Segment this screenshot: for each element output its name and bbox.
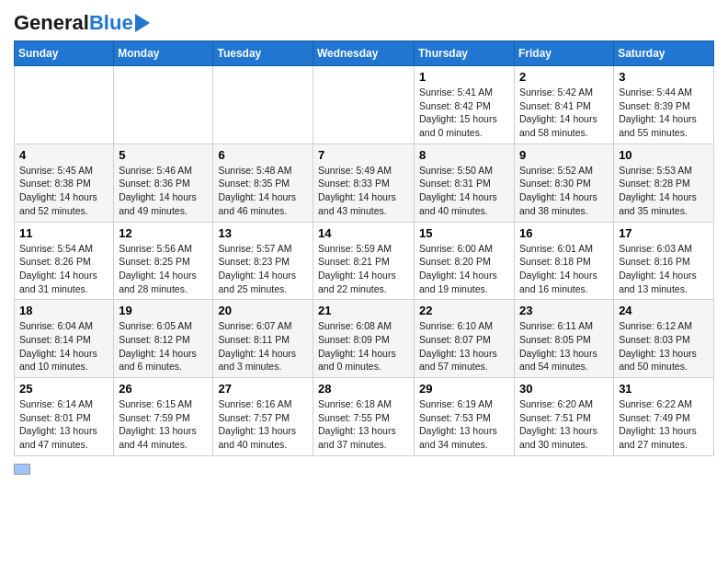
column-header-thursday: Thursday xyxy=(415,41,515,66)
day-info: Sunrise: 5:52 AM Sunset: 8:30 PM Dayligh… xyxy=(519,164,609,218)
calendar-cell: 29Sunrise: 6:19 AM Sunset: 7:53 PM Dayli… xyxy=(415,378,515,456)
calendar-cell: 2Sunrise: 5:42 AM Sunset: 8:41 PM Daylig… xyxy=(515,66,614,144)
day-number: 12 xyxy=(119,226,208,240)
column-header-tuesday: Tuesday xyxy=(213,41,313,66)
column-header-friday: Friday xyxy=(515,41,614,66)
day-info: Sunrise: 6:10 AM Sunset: 8:07 PM Dayligh… xyxy=(419,319,509,373)
column-header-monday: Monday xyxy=(114,41,213,66)
day-number: 24 xyxy=(619,304,709,317)
day-number: 22 xyxy=(419,304,509,317)
calendar-cell: 16Sunrise: 6:01 AM Sunset: 8:18 PM Dayli… xyxy=(515,222,614,300)
day-number: 7 xyxy=(318,148,409,162)
calendar-cell: 9Sunrise: 5:52 AM Sunset: 8:30 PM Daylig… xyxy=(515,144,614,222)
calendar-cell: 4Sunrise: 5:45 AM Sunset: 8:38 PM Daylig… xyxy=(15,144,114,222)
calendar-cell: 30Sunrise: 6:20 AM Sunset: 7:51 PM Dayli… xyxy=(515,378,614,456)
day-info: Sunrise: 5:56 AM Sunset: 8:25 PM Dayligh… xyxy=(119,242,208,296)
day-number: 27 xyxy=(218,382,308,396)
day-info: Sunrise: 5:49 AM Sunset: 8:33 PM Dayligh… xyxy=(318,164,409,218)
calendar-cell: 11Sunrise: 5:54 AM Sunset: 8:26 PM Dayli… xyxy=(15,222,114,300)
day-info: Sunrise: 6:08 AM Sunset: 8:09 PM Dayligh… xyxy=(318,319,409,373)
logo-text: GeneralBlue xyxy=(14,13,133,33)
day-number: 16 xyxy=(519,226,609,240)
day-number: 11 xyxy=(19,226,108,240)
calendar-cell: 31Sunrise: 6:22 AM Sunset: 7:49 PM Dayli… xyxy=(614,378,714,456)
calendar-cell: 13Sunrise: 5:57 AM Sunset: 8:23 PM Dayli… xyxy=(213,222,313,300)
day-info: Sunrise: 5:54 AM Sunset: 8:26 PM Dayligh… xyxy=(19,242,108,296)
day-number: 5 xyxy=(119,148,208,162)
calendar-week-row: 1Sunrise: 5:41 AM Sunset: 8:42 PM Daylig… xyxy=(15,66,714,144)
column-header-wednesday: Wednesday xyxy=(313,41,415,66)
legend-color-box xyxy=(14,464,30,475)
day-info: Sunrise: 6:12 AM Sunset: 8:03 PM Dayligh… xyxy=(619,319,709,373)
day-info: Sunrise: 5:46 AM Sunset: 8:36 PM Dayligh… xyxy=(119,164,208,218)
calendar-cell: 5Sunrise: 5:46 AM Sunset: 8:36 PM Daylig… xyxy=(114,144,213,222)
calendar-cell: 18Sunrise: 6:04 AM Sunset: 8:14 PM Dayli… xyxy=(15,300,114,378)
day-info: Sunrise: 5:45 AM Sunset: 8:38 PM Dayligh… xyxy=(19,164,108,218)
calendar-cell: 8Sunrise: 5:50 AM Sunset: 8:31 PM Daylig… xyxy=(415,144,515,222)
day-number: 21 xyxy=(318,304,409,317)
day-info: Sunrise: 6:18 AM Sunset: 7:55 PM Dayligh… xyxy=(318,397,409,452)
day-number: 31 xyxy=(619,382,709,396)
day-number: 29 xyxy=(419,382,509,396)
day-info: Sunrise: 6:01 AM Sunset: 8:18 PM Dayligh… xyxy=(519,242,609,296)
day-number: 19 xyxy=(119,304,208,317)
day-info: Sunrise: 6:20 AM Sunset: 7:51 PM Dayligh… xyxy=(519,397,609,452)
calendar-week-row: 18Sunrise: 6:04 AM Sunset: 8:14 PM Dayli… xyxy=(15,300,714,378)
day-info: Sunrise: 5:48 AM Sunset: 8:35 PM Dayligh… xyxy=(218,164,308,218)
calendar-cell: 28Sunrise: 6:18 AM Sunset: 7:55 PM Dayli… xyxy=(313,378,415,456)
day-info: Sunrise: 6:15 AM Sunset: 7:59 PM Dayligh… xyxy=(119,397,208,452)
day-info: Sunrise: 5:41 AM Sunset: 8:42 PM Dayligh… xyxy=(419,86,509,140)
day-number: 4 xyxy=(19,148,108,162)
day-info: Sunrise: 6:00 AM Sunset: 8:20 PM Dayligh… xyxy=(419,242,509,296)
calendar-cell: 21Sunrise: 6:08 AM Sunset: 8:09 PM Dayli… xyxy=(313,300,415,378)
day-number: 13 xyxy=(218,226,308,240)
day-info: Sunrise: 6:14 AM Sunset: 8:01 PM Dayligh… xyxy=(19,397,108,452)
day-info: Sunrise: 6:16 AM Sunset: 7:57 PM Dayligh… xyxy=(218,397,308,452)
calendar-week-row: 25Sunrise: 6:14 AM Sunset: 8:01 PM Dayli… xyxy=(15,378,714,456)
day-number: 23 xyxy=(519,304,609,317)
calendar-cell: 24Sunrise: 6:12 AM Sunset: 8:03 PM Dayli… xyxy=(614,300,714,378)
calendar-cell: 26Sunrise: 6:15 AM Sunset: 7:59 PM Dayli… xyxy=(114,378,213,456)
calendar-cell: 15Sunrise: 6:00 AM Sunset: 8:20 PM Dayli… xyxy=(415,222,515,300)
day-info: Sunrise: 6:03 AM Sunset: 8:16 PM Dayligh… xyxy=(619,242,709,296)
calendar-cell: 20Sunrise: 6:07 AM Sunset: 8:11 PM Dayli… xyxy=(213,300,313,378)
day-number: 9 xyxy=(519,148,609,162)
day-info: Sunrise: 6:04 AM Sunset: 8:14 PM Dayligh… xyxy=(19,319,108,373)
calendar-cell xyxy=(313,66,415,144)
calendar-week-row: 11Sunrise: 5:54 AM Sunset: 8:26 PM Dayli… xyxy=(15,222,714,300)
calendar-week-row: 4Sunrise: 5:45 AM Sunset: 8:38 PM Daylig… xyxy=(15,144,714,222)
day-number: 17 xyxy=(619,226,709,240)
calendar-cell: 6Sunrise: 5:48 AM Sunset: 8:35 PM Daylig… xyxy=(213,144,313,222)
day-info: Sunrise: 5:53 AM Sunset: 8:28 PM Dayligh… xyxy=(619,164,709,218)
day-number: 10 xyxy=(619,148,709,162)
day-info: Sunrise: 5:50 AM Sunset: 8:31 PM Dayligh… xyxy=(419,164,509,218)
day-info: Sunrise: 6:11 AM Sunset: 8:05 PM Dayligh… xyxy=(519,319,609,373)
calendar-cell: 12Sunrise: 5:56 AM Sunset: 8:25 PM Dayli… xyxy=(114,222,213,300)
calendar-cell: 10Sunrise: 5:53 AM Sunset: 8:28 PM Dayli… xyxy=(614,144,714,222)
day-info: Sunrise: 5:59 AM Sunset: 8:21 PM Dayligh… xyxy=(318,242,409,296)
column-header-saturday: Saturday xyxy=(614,41,714,66)
calendar-cell: 7Sunrise: 5:49 AM Sunset: 8:33 PM Daylig… xyxy=(313,144,415,222)
day-number: 2 xyxy=(519,70,609,84)
calendar-cell: 19Sunrise: 6:05 AM Sunset: 8:12 PM Dayli… xyxy=(114,300,213,378)
calendar-cell xyxy=(213,66,313,144)
day-info: Sunrise: 5:42 AM Sunset: 8:41 PM Dayligh… xyxy=(519,86,609,140)
calendar-cell: 1Sunrise: 5:41 AM Sunset: 8:42 PM Daylig… xyxy=(415,66,515,144)
day-number: 14 xyxy=(318,226,409,240)
day-number: 20 xyxy=(218,304,308,317)
calendar-cell: 17Sunrise: 6:03 AM Sunset: 8:16 PM Dayli… xyxy=(614,222,714,300)
calendar-header-row: SundayMondayTuesdayWednesdayThursdayFrid… xyxy=(15,41,714,66)
day-number: 30 xyxy=(519,382,609,396)
day-info: Sunrise: 6:22 AM Sunset: 7:49 PM Dayligh… xyxy=(619,397,709,452)
calendar-cell: 22Sunrise: 6:10 AM Sunset: 8:07 PM Dayli… xyxy=(415,300,515,378)
calendar-cell: 27Sunrise: 6:16 AM Sunset: 7:57 PM Dayli… xyxy=(213,378,313,456)
logo-arrow-icon xyxy=(135,14,150,32)
day-info: Sunrise: 6:07 AM Sunset: 8:11 PM Dayligh… xyxy=(218,319,308,373)
calendar-cell: 3Sunrise: 5:44 AM Sunset: 8:39 PM Daylig… xyxy=(614,66,714,144)
calendar-cell: 23Sunrise: 6:11 AM Sunset: 8:05 PM Dayli… xyxy=(515,300,614,378)
calendar-cell xyxy=(114,66,213,144)
calendar-cell: 25Sunrise: 6:14 AM Sunset: 8:01 PM Dayli… xyxy=(15,378,114,456)
legend xyxy=(14,464,714,475)
calendar-cell xyxy=(15,66,114,144)
day-info: Sunrise: 5:44 AM Sunset: 8:39 PM Dayligh… xyxy=(619,86,709,140)
